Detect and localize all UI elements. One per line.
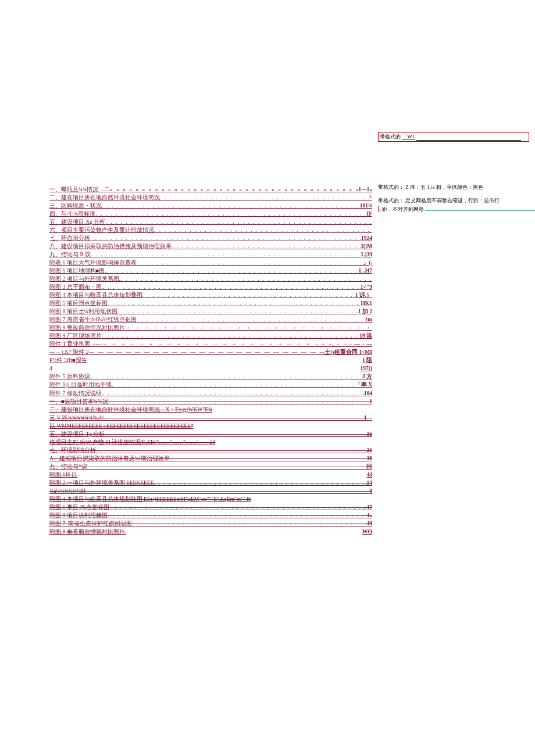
toc-leader: ― ― ― ― ― ― ― ― ― ― ― ― ― ― ― ― ― ― ― ― … — [104, 414, 364, 422]
toc-entry[interactable]: 附件 5 原料协议.. . . . . . . . . . . . . . . … — [49, 373, 372, 381]
toc-entry[interactable]: 附图 4 本项目与临高县总体规划装图 EEτ()EEEEEEmM"gEM"gg"… — [49, 496, 372, 503]
toc-entry[interactable]: 附图 1 项目地理构■图.. . . . . . . . . . . . . .… — [49, 267, 372, 275]
toc-entry[interactable]: 附表 1 项目大气环境影响褥自查表. . . . . . . . . . . .… — [49, 259, 372, 267]
toc-entry[interactable]: 附图 7 海宙省牛:fefi¼½红线点创图. . . . . . . . . .… — [49, 316, 372, 324]
toc-text: 附图 1JS 目 — [49, 471, 77, 479]
toc-entry[interactable]: 4 — [49, 365, 372, 372]
toc-text: 八、建设项目拟采取的防治措施及预期治理效果 — [49, 243, 172, 250]
toc-text: A、建戒项目揆柒取的防治淋餐及¾(期治理效果 — [49, 455, 170, 463]
toc-leader: . . . . . . . . . . . . . . . . . . . . … — [110, 504, 364, 511]
toc-entry[interactable]: 附图 2 项目与外环境关系图.. . . . . . . . . . . . .… — [49, 275, 372, 283]
toc-leader: ― ― ― ― ― ― ― ― ― ― ― ― ― ― ― ― ― ― ― ― … — [87, 463, 361, 471]
toc-text: 附图 8 垂看脑后憎就对比照片. — [49, 528, 126, 536]
toc-page: 」(. — [363, 259, 372, 267]
toc-page: 1 加 2 — [358, 308, 372, 316]
toc-entry[interactable]: 一、曝瓶且¾¾情况…二» » » » » » » » » » » » » » »… — [49, 186, 372, 194]
toc-leader: . . . . . . . . . . . . . . . . . . . . … — [172, 243, 361, 250]
toc-entry[interactable]: 五、建设项目 Xg 分析. . . . . . . . . . . . . . … — [49, 218, 372, 226]
toc-leader: . . . . . . . . . . . . . . . . . . . . … — [137, 259, 363, 267]
toc-leader: . . . . . . . . . . . . . . . . . . . . … — [160, 194, 369, 202]
comment-bracket: 「W1 — [402, 134, 415, 139]
toc-text: 附图 3 总平面布・图. — [49, 284, 103, 291]
toc-leader: → → → → → → → → → → → → → → → → → → → → … — [125, 324, 373, 332]
toc-page: ^ — [369, 194, 372, 202]
toc-entry[interactable]: 附图 2 一项目与外环境关系图 EEEKEEEE. . . . . . . . … — [49, 479, 372, 487]
toc-entry[interactable]: 附图 4 本项目与唯高县总体短划叠图. . . . . . . . . . . … — [49, 292, 372, 299]
toc-page: 土¼租重合同 1<MI — [324, 349, 372, 356]
side-comment-1: 带格式的： Z 体：五 1,¼ 粗，字体颜色：黑色 — [378, 184, 535, 191]
toc-entry[interactable]: 附图 5 项目拐点坐标图. . . . . . . . . . . . . . … — [49, 300, 372, 307]
toc-entry[interactable]: 附图 1JS 目 — [49, 471, 372, 479]
toc-page: .49 — [365, 520, 372, 528]
toc-entry[interactable]: 二、建役项目所在地自鮃环境社会环境简况…X：EwggWKW"E¾ — [49, 406, 372, 414]
toc-entry[interactable]: 格项目主对 IfeW 产物 SI 计排放情况'K,EEi'"……"……"……"―… — [49, 439, 372, 446]
toc-entry[interactable]: 九、结论与 R 议. . . . . . . . . . . . . . . .… — [49, 251, 372, 259]
toc-leader: » » » » » » » » » » » » » » » » » » » » … — [110, 186, 359, 194]
toc-entry[interactable]: 附图 8 垂看脑后憎就对比照片. — [49, 528, 372, 536]
toc-text: 五、建设项目 Xg 分析 — [49, 218, 105, 226]
toc-leader: . . . . . . . . . . . . . . . . . . . . … — [106, 267, 359, 275]
side-comment-2: 带格式的： 定义网格后不调整右缩进，行距：总倍行 — [378, 197, 535, 205]
toc-entry[interactable]: 附件 T 育业执照→—→ → → → → → → → → → → → → → →… — [49, 341, 372, 348]
toc-entry[interactable]: 附图 6 项目土¼利用现状图. . . . . . . . . . . . . … — [49, 308, 372, 316]
table-of-contents: 一、曝瓶且¾¾情况…二» » » » » » » » » » » » » » »… — [49, 186, 372, 536]
toc-leader: ― ― ― ― ― ― ― ― ― ― ― ― ― ― ― ― ― ― ― ― … — [105, 431, 366, 438]
comment-under — [416, 140, 521, 141]
toc-page: 1m — [365, 316, 372, 324]
toc-text: 九、结论与*议 — [49, 463, 87, 471]
toc-text: 附图 4 本项目与临高县总体规划装图 EEτ()EEEEEEmM"gEM"gg"… — [49, 496, 251, 503]
toc-text: 附图 1 项目地理构■图. — [49, 267, 106, 275]
toc-entry[interactable]: 附件 7 修改情况说明.. . . . . . . . . . . . . . … — [49, 390, 372, 397]
toc-entry[interactable]: 以 WMMEEEEEEEEE i EEEEEEEEEEEEEEEEEEEEEEE… — [49, 422, 372, 430]
toc-text: 附图 2 一项目与外环境关系图 EEEKEEEE — [49, 479, 154, 487]
toc-text: 三、区购境质・状况 — [49, 202, 102, 210]
toc-leader: ― ― ― ― ― ― ― ― ― ― ― ― ― ― ― ― ― ― ― ― … — [96, 447, 367, 454]
toc-entry[interactable]: 九、结论与*议― ― ― ― ― ― ― ― ― ― ― ― ― ― ― ― ―… — [49, 463, 372, 471]
toc-entry[interactable]: 一、■设项目答本¾%况. . . . . . . . . . . . . . .… — [49, 398, 372, 406]
toc-entry[interactable]: 五、建设项目 Tg 分析― ― ― ― ― ― ― ― ― ― ― ― ― ― … — [49, 431, 372, 438]
toc-entry[interactable]: P½件 3Jft■报告 — [49, 357, 372, 364]
toc-text: 五、建设项目 Tg 分析 — [49, 431, 105, 438]
toc-entry[interactable]: 七、环血响分析. . . . . . . . . . . . . . . . .… — [49, 235, 372, 242]
side-comment-3: | 距，不对齐到网格 — [378, 206, 535, 213]
toc-leader: . . . . . . . . . . . . . . . . . . . . … — [102, 332, 360, 340]
toc-leader: . . . . . . . . . . . . . . . . . . . . … — [154, 227, 372, 234]
toc-text: 二、建役项目所在地自鮃环境社会环境简况…X：EwggWKW"E¾ — [49, 406, 212, 414]
toc-entry[interactable]: —→ i.K7 附件 2― ― ― ― ― ― ― ― ― ― ― ― ― ― … — [49, 349, 372, 356]
toc-entry[interactable]: 附图 5 事目 J%点堂标图. . . . . . . . . . . . . … — [49, 504, 372, 511]
toc-leader: . . . . . . . . . . . . . . . . . . . . … — [105, 218, 372, 226]
toc-text: 附图 5 项目拐点坐标图 — [49, 300, 108, 307]
toc-entry[interactable]: 附图 8 整改前后情况对比照片→ → → → → → → → → → → → →… — [49, 324, 372, 332]
toc-entry[interactable]: 七、环境彩响分析― ― ― ― ― ― ― ― ― ― ― ― ― ― ― ― … — [49, 447, 372, 454]
toc-entry[interactable]: 四、与<fτ¾用标准. . . . . . . . . . . . . . . … — [49, 210, 372, 218]
toc-entry[interactable]: 附图 3 总平面布・图.. . . . . . . . . . . . . . … — [49, 284, 372, 291]
toc-text: —→ i.K7 附件 2 — [49, 349, 89, 356]
toc-entry[interactable]: 附图 7. 南省生态保护红旗娟划图. . . . . . . . . . . .… — [49, 520, 372, 528]
toc-entry[interactable]: A、建戒项目揆柒取的防治淋餐及¾(期治理效果― ― ― ― ― ― ― ― ― … — [49, 455, 372, 463]
toc-leader: . . . . . . . . . . . . . . . . . . . . … — [120, 275, 372, 283]
toc-entry[interactable]: 附件 6gi 目临时用地手续.. . . . . . . . . . . . .… — [49, 381, 372, 389]
toc-entry[interactable]: ¼â¼½¾½¾½M― ― ― ― ― ― ― ― ― ― ― ― ― ― ― ―… — [49, 488, 372, 495]
toc-entry[interactable]: 附图 6-项目块利用赫图. . . . . . . . . . . . . . … — [49, 512, 372, 519]
toc-text: 附件 7 修改情况说明. — [49, 390, 103, 397]
toc-page: L .H7 — [359, 267, 372, 275]
toc-text: 附图 7. 南省生态保护红旗娟划图 — [49, 520, 132, 528]
toc-leader: ― ― ― ― ― ― ― ― ― ― ― ― ― ― ― ― ― ― ― ― … — [89, 349, 324, 356]
toc-entry[interactable]: 三 V-区¾¾¾¾¾¾%a½― ― ― ― ― ― ― ― ― ― ― ― ― … — [49, 414, 372, 422]
toc-text: 附件 T 育业执照→— — [49, 341, 101, 348]
toc-text: 以 WMMEEEEEEEEE i EEEEEEEEEEEEEEEEEEEEEEE… — [49, 422, 194, 430]
toc-entry[interactable]: 八、建设项目拟采取的防治措施及预期治理效果. . . . . . . . . .… — [49, 243, 372, 250]
toc-text: 九、结论与 R 议 — [49, 251, 91, 259]
toc-text: 附图 5 事目 J%点堂标图 — [49, 504, 110, 511]
toc-leader: . . . . . . . . . . . . . . . . . . . . … — [90, 235, 361, 242]
toc-entry[interactable]: 六、项目主要污染物产生及覆计排放情况. . . . . . . . . . . … — [49, 227, 372, 234]
toc-page: J 方 — [362, 373, 372, 381]
toc-text: 附图 2 项目与外环境关系图. — [49, 275, 120, 283]
toc-leader: . . . . . . . . . . . . . . . . . . . . … — [113, 381, 355, 389]
toc-entry[interactable]: 二、建在项目所在地自然环境社会环境简况. . . . . . . . . . .… — [49, 194, 372, 202]
toc-entry[interactable]: 三、区购境质・状况. . . . . . . . . . . . . . . .… — [49, 202, 372, 210]
toc-text: 附件 5 原料协议. — [49, 373, 91, 381]
toc-text: 格项目主对 IfeW 产物 SI 计排放情况'K,EEi'"……"……"……"―… — [49, 439, 215, 446]
toc-entry[interactable]: 附图 9 厂区现场照片. . . . . . . . . . . . . . .… — [49, 332, 372, 340]
toc-text: 附图 8 整改前后情况对比照片 — [49, 324, 125, 332]
